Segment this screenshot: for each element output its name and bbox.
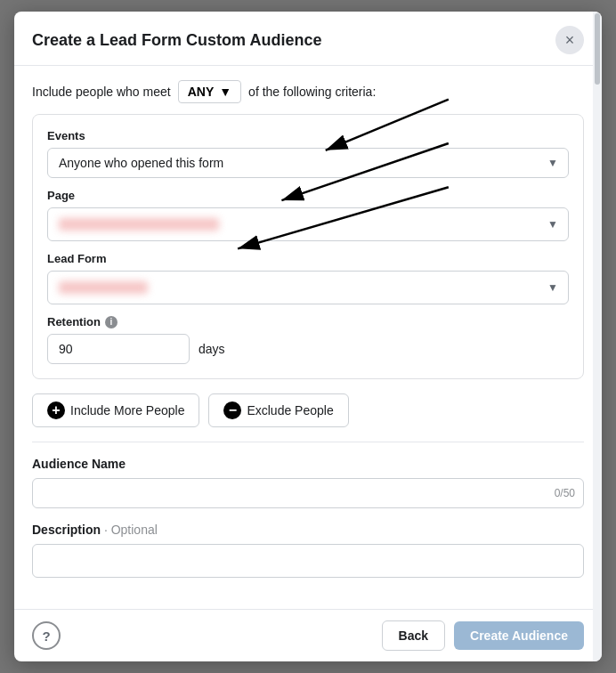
retention-label: Retention i (47, 315, 569, 328)
criteria-card: Events Anyone who opened this form ▼ Pag… (32, 114, 584, 379)
page-select-wrapper: ▼ (47, 207, 569, 241)
events-select-wrapper: Anyone who opened this form ▼ (47, 148, 569, 178)
retention-info-icon[interactable]: i (105, 316, 118, 328)
exclude-people-button[interactable]: − Exclude People (208, 393, 348, 427)
page-select[interactable] (47, 207, 569, 241)
retention-row: days (47, 334, 569, 364)
description-wrapper (32, 544, 584, 580)
page-label: Page (47, 189, 569, 202)
events-label: Events (47, 129, 569, 142)
modal-footer: ? Back Create Audience (14, 609, 602, 661)
audience-name-input[interactable] (32, 478, 584, 508)
criteria-suffix: of the following criteria: (248, 85, 376, 99)
footer-actions: Back Create Audience (382, 620, 584, 651)
criteria-prefix: Include people who meet (32, 85, 171, 99)
retention-input[interactable] (47, 334, 190, 364)
scrollbar-track[interactable] (593, 12, 602, 661)
description-section: Description · Optional (32, 523, 584, 580)
include-label: Include More People (70, 403, 184, 418)
events-select[interactable]: Anyone who opened this form (47, 148, 569, 178)
exclude-label: Exclude People (247, 403, 333, 418)
optional-text: · Optional (104, 523, 158, 537)
criteria-header: Include people who meet ANY ▼ of the fol… (32, 80, 584, 103)
retention-unit: days (199, 342, 225, 356)
description-label: Description · Optional (32, 523, 584, 537)
any-label: ANY (188, 85, 215, 99)
close-button[interactable]: × (555, 26, 584, 54)
create-audience-modal: Create a Lead Form Custom Audience × Inc… (14, 12, 602, 661)
description-input[interactable] (32, 544, 584, 578)
back-button[interactable]: Back (382, 620, 445, 651)
audience-name-section: Audience Name 0/50 (32, 457, 584, 508)
page-blurred-value (59, 218, 219, 231)
help-button[interactable]: ? (32, 621, 61, 650)
any-dropdown[interactable]: ANY ▼ (178, 80, 241, 103)
audience-name-wrapper: 0/50 (32, 478, 584, 508)
modal-title: Create a Lead Form Custom Audience (32, 31, 321, 50)
lead-form-blurred-value (59, 281, 148, 294)
include-plus-icon: + (47, 401, 65, 419)
modal-body: Include people who meet ANY ▼ of the fol… (14, 66, 602, 609)
any-chevron-icon: ▼ (219, 85, 231, 99)
scrollbar-thumb (595, 13, 600, 85)
lead-form-select-wrapper: ▼ (47, 271, 569, 304)
exclude-minus-icon: − (223, 401, 241, 419)
audience-name-label: Audience Name (32, 457, 584, 471)
create-audience-button[interactable]: Create Audience (454, 621, 584, 650)
action-buttons: + Include More People − Exclude People (32, 393, 584, 427)
include-more-button[interactable]: + Include More People (32, 393, 199, 427)
modal-header: Create a Lead Form Custom Audience × (14, 12, 602, 66)
lead-form-select[interactable] (47, 271, 569, 304)
section-divider (32, 442, 584, 442)
lead-form-label: Lead Form (47, 252, 569, 265)
